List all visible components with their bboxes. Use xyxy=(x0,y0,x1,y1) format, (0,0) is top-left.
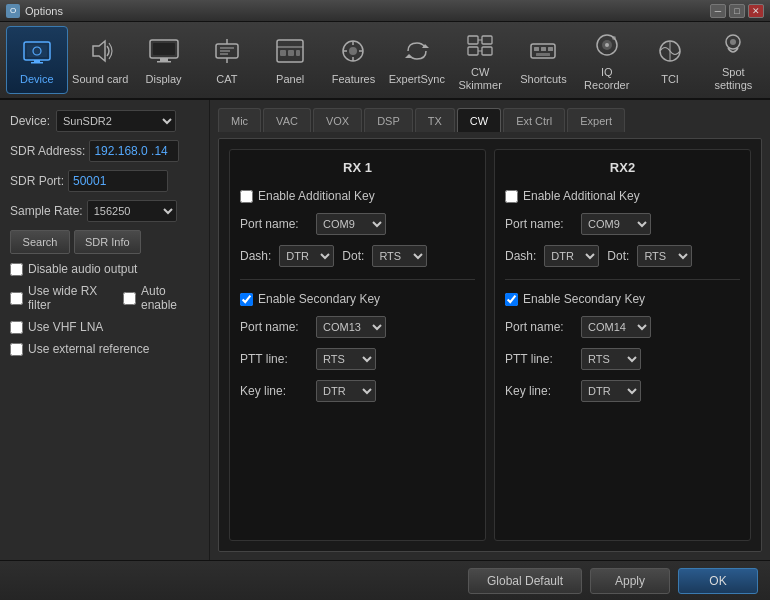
toolbar: Device Sound card Display xyxy=(0,22,770,100)
toolbar-item-cw-skimmer[interactable]: CW Skimmer xyxy=(449,26,510,94)
sample-rate-label: Sample Rate: xyxy=(10,204,83,218)
shortcuts-icon xyxy=(525,33,561,69)
toolbar-item-tci[interactable]: TCI xyxy=(639,26,700,94)
sdr-info-button[interactable]: SDR Info xyxy=(74,230,141,254)
tab-mic[interactable]: Mic xyxy=(218,108,261,132)
tab-expert[interactable]: Expert xyxy=(567,108,625,132)
svg-point-47 xyxy=(730,39,736,45)
rx2-port-name-select[interactable]: COM9 COM14 xyxy=(581,213,651,235)
device-icon xyxy=(19,33,55,69)
rx1-dash-select[interactable]: DTRRTS xyxy=(279,245,334,267)
apply-button[interactable]: Apply xyxy=(590,568,670,594)
svg-rect-9 xyxy=(153,43,175,55)
svg-rect-29 xyxy=(468,36,478,44)
rx1-enable-additional-row: Enable Additional Key xyxy=(240,189,475,203)
vhf-lna-label: Use VHF LNA xyxy=(28,320,103,334)
toolbar-item-iq-recorder[interactable]: IQ Recorder xyxy=(576,26,637,94)
rx2-dash-select[interactable]: DTRRTS xyxy=(544,245,599,267)
sample-rate-select[interactable]: 156250 xyxy=(87,200,177,222)
toolbar-item-panel[interactable]: Panel xyxy=(260,26,321,94)
toolbar-item-display[interactable]: Display xyxy=(133,26,194,94)
tabs-bar: Mic VAC VOX DSP TX CW Ext Ctrl Expert xyxy=(218,108,762,132)
rx2-enable-additional-label: Enable Additional Key xyxy=(523,189,640,203)
disable-audio-checkbox[interactable] xyxy=(10,263,23,276)
device-select[interactable]: SunSDR2 xyxy=(56,110,176,132)
rx1-key-line-select[interactable]: DTRRTS xyxy=(316,380,376,402)
toolbar-item-cat[interactable]: CAT xyxy=(196,26,257,94)
toolbar-display-label: Display xyxy=(146,73,182,86)
tab-vox[interactable]: VOX xyxy=(313,108,362,132)
rx1-key-line-row: Key line: DTRRTS xyxy=(240,380,475,402)
rx2-key-line-select[interactable]: DTRRTS xyxy=(581,380,641,402)
rx2-enable-secondary-checkbox[interactable] xyxy=(505,293,518,306)
svg-rect-38 xyxy=(548,47,553,51)
svg-rect-37 xyxy=(541,47,546,51)
svg-point-22 xyxy=(349,47,357,55)
toolbar-panel-label: Panel xyxy=(276,73,304,86)
toolbar-item-expertsync[interactable]: ExpertSync xyxy=(386,26,447,94)
ok-button[interactable]: OK xyxy=(678,568,758,594)
toolbar-item-device[interactable]: Device xyxy=(6,26,68,94)
auto-enable-checkbox[interactable] xyxy=(123,292,136,305)
rx1-enable-secondary-label: Enable Secondary Key xyxy=(258,292,380,306)
rx2-dash-dot-row: Dash: DTRRTS Dot: RTSDTR xyxy=(505,245,740,267)
wide-rx-checkbox[interactable] xyxy=(10,292,23,305)
device-label: Device: xyxy=(10,114,50,128)
rx2-title: RX2 xyxy=(505,160,740,175)
rx2-dot-select[interactable]: RTSDTR xyxy=(637,245,692,267)
rx2-port-name2-row: Port name: COM14COM9COM13 xyxy=(505,316,740,338)
rx1-port-name2-select[interactable]: COM13COM9 xyxy=(316,316,386,338)
main-content: Device: SunSDR2 SDR Address: SDR Port: S… xyxy=(0,100,770,560)
tab-ext-ctrl[interactable]: Ext Ctrl xyxy=(503,108,565,132)
rx1-ptt-line-select[interactable]: RTSDTR xyxy=(316,348,376,370)
cat-icon xyxy=(209,33,245,69)
spot-icon xyxy=(715,28,751,62)
toolbar-item-spot-settings[interactable]: Spot settings xyxy=(703,26,764,94)
rx1-port-name-row: Port name: COM9 COM13 xyxy=(240,213,475,235)
window-title: Options xyxy=(25,5,63,17)
rx2-enable-secondary-label: Enable Secondary Key xyxy=(523,292,645,306)
rx1-port-name-select[interactable]: COM9 COM13 xyxy=(316,213,386,235)
rx2-ptt-line-label: PTT line: xyxy=(505,352,575,366)
tab-vac[interactable]: VAC xyxy=(263,108,311,132)
ext-ref-row: Use external reference xyxy=(10,342,199,356)
minimize-button[interactable]: ─ xyxy=(710,4,726,18)
toolbar-item-sound-card[interactable]: Sound card xyxy=(70,26,131,94)
ext-ref-checkbox[interactable] xyxy=(10,343,23,356)
toolbar-soundcard-label: Sound card xyxy=(72,73,128,86)
title-bar: O Options ─ □ ✕ xyxy=(0,0,770,22)
tab-tx[interactable]: TX xyxy=(415,108,455,132)
close-button[interactable]: ✕ xyxy=(748,4,764,18)
tci-icon xyxy=(652,33,688,69)
svg-marker-5 xyxy=(93,41,105,61)
rx1-dash-label: Dash: xyxy=(240,249,271,263)
toolbar-item-shortcuts[interactable]: Shortcuts xyxy=(513,26,574,94)
search-row: Search SDR Info xyxy=(10,230,199,254)
rx2-ptt-line-select[interactable]: RTSDTR xyxy=(581,348,641,370)
sdr-address-input[interactable] xyxy=(89,140,179,162)
rx2-port-name2-select[interactable]: COM14COM9COM13 xyxy=(581,316,651,338)
sample-rate-row: Sample Rate: 156250 xyxy=(10,200,199,222)
global-default-button[interactable]: Global Default xyxy=(468,568,582,594)
expertsync-icon xyxy=(399,33,435,69)
svg-point-43 xyxy=(612,36,616,40)
toolbar-spotsettings-label: Spot settings xyxy=(705,66,762,92)
rx-panels-container: RX 1 Enable Additional Key Port name: CO… xyxy=(218,138,762,552)
maximize-button[interactable]: □ xyxy=(729,4,745,18)
tab-dsp[interactable]: DSP xyxy=(364,108,413,132)
search-button[interactable]: Search xyxy=(10,230,70,254)
rx2-dot-label: Dot: xyxy=(607,249,629,263)
svg-rect-3 xyxy=(34,60,40,62)
sdr-port-input[interactable] xyxy=(68,170,168,192)
tab-cw[interactable]: CW xyxy=(457,108,501,132)
rx2-enable-additional-checkbox[interactable] xyxy=(505,190,518,203)
toolbar-item-features[interactable]: Features xyxy=(323,26,384,94)
vhf-lna-checkbox[interactable] xyxy=(10,321,23,334)
svg-rect-19 xyxy=(288,50,294,56)
rx1-enable-additional-checkbox[interactable] xyxy=(240,190,253,203)
toolbar-cwskimmer-label: CW Skimmer xyxy=(451,66,508,92)
svg-rect-18 xyxy=(280,50,286,56)
rx1-dot-select[interactable]: RTSDTR xyxy=(372,245,427,267)
rx1-enable-secondary-checkbox[interactable] xyxy=(240,293,253,306)
sound-icon xyxy=(82,33,118,69)
